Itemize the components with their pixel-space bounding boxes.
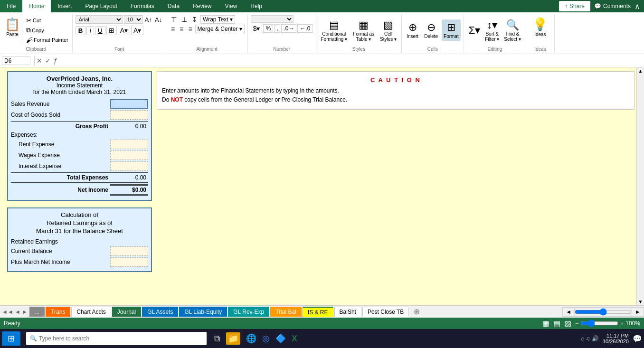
align-right-icon[interactable]: ≡ [186,25,194,33]
merge-center-button[interactable]: Merge & Center ▾ [195,25,245,33]
format-as-table-button[interactable]: ▦ Format asTable ▾ [351,17,376,44]
tab-home[interactable]: Home [22,0,51,12]
sheet-tab-trans[interactable]: Trans [46,307,70,317]
cell-reference-input[interactable]: D6 [2,56,30,65]
ribbon-collapse-icon[interactable]: ∧ [631,2,644,11]
file-explorer-icon[interactable]: 📁 [226,332,240,345]
autosum-button[interactable]: Σ▾ [467,22,483,38]
rent-expense-input[interactable] [110,140,148,149]
align-top-icon[interactable]: ⊤ [169,15,179,24]
bold-button[interactable]: B [76,26,86,35]
sheet-scroll-slider[interactable] [575,308,632,316]
cut-button[interactable]: ✂ Cut [25,16,69,25]
zoom-in-button[interactable]: + [620,320,624,327]
normal-view-icon[interactable]: ▦ [542,319,549,328]
sheet-tab-post-close-tb[interactable]: Post Close TB [362,307,409,317]
format-painter-button[interactable]: 🖌 Format Painter [25,36,69,44]
comma-button[interactable]: , [274,24,280,33]
sheet-content[interactable]: OverPriced Jeans, Inc. Income Statement … [0,67,644,305]
tab-formulas[interactable]: Formulas [124,0,161,12]
start-button[interactable]: ⊞ [2,331,20,346]
copy-button[interactable]: ⧉ Copy [25,26,69,35]
wrap-text-button[interactable]: Wrap Text ▾ [200,15,235,24]
interest-expense-input[interactable] [110,161,148,171]
sheet-tab-is-re[interactable]: IS & RE [303,307,333,317]
delete-button[interactable]: ⊖ Delete [422,19,440,41]
sales-revenue-input[interactable] [110,99,148,109]
font-size-select[interactable]: 10 [124,15,143,24]
ideas-button[interactable]: 💡 Ideas [530,15,549,39]
font-name-select[interactable]: Arial [76,15,123,24]
align-bottom-icon[interactable]: ↧ [190,15,199,24]
tab-help[interactable]: Help [244,0,269,12]
vertical-scrollbar[interactable]: ▲ ▼ [636,67,644,305]
find-select-button[interactable]: 🔍 Find &Select ▾ [502,17,523,44]
insert-button[interactable]: ⊕ Insert [405,19,420,41]
current-balance-input[interactable] [110,246,148,256]
fill-color-button[interactable]: A▾ [118,26,130,35]
percent-button[interactable]: % [263,24,273,33]
tab-view[interactable]: View [218,0,244,12]
confirm-formula-icon[interactable]: ✓ [45,57,51,65]
sheet-tab-balsht[interactable]: BalSht [334,307,361,317]
add-sheet-button[interactable]: ⊕ [410,306,424,318]
search-input[interactable] [39,335,203,342]
formula-input[interactable] [59,57,642,65]
sheet-tab-ellipsis[interactable]: ... [29,307,45,317]
task-view-icon[interactable]: ⧉ [214,334,220,344]
zoom-slider[interactable] [580,320,618,327]
align-left-icon[interactable]: ≡ [169,25,177,33]
scroll-sheets-right-button[interactable]: ► [632,308,644,316]
share-button[interactable]: ↑ Share [559,1,590,11]
insert-function-icon[interactable]: ƒ [54,57,57,65]
zoom-out-button[interactable]: − [575,320,578,327]
sheet-tab-gl-assets[interactable]: GL Assets [142,307,178,317]
paste-button[interactable]: 📋 Paste [3,15,22,45]
conditional-formatting-button[interactable]: ▤ ConditionalFormatting ▾ [319,17,350,44]
scroll-down-button[interactable]: ▼ [637,298,644,305]
scroll-sheets-left-button[interactable]: ◄ [563,308,575,316]
edge-icon[interactable]: 🌐 [246,333,256,344]
font-shrink-icon[interactable]: A↓ [154,16,163,24]
tab-file[interactable]: File [0,0,22,12]
sheet-tab-journal[interactable]: Journal [112,307,141,317]
alignment-top-row: ⊤ ⊥ ↧ Wrap Text ▾ [169,15,235,24]
chrome-icon[interactable]: ◎ [262,333,270,344]
taskbar-search-box[interactable]: 🔍 [26,332,207,345]
excel-icon[interactable]: X [292,334,297,344]
sheet-tab-gl-liab-equity[interactable]: GL Liab-Equity [179,307,227,317]
underline-button[interactable]: U [95,26,105,35]
sheet-tab-gl-rev-exp[interactable]: GL Rev-Exp [228,307,269,317]
formula-divider [34,56,35,66]
wages-expense-input[interactable] [110,150,148,160]
align-middle-icon[interactable]: ⊥ [180,15,189,24]
italic-button[interactable]: I [86,26,94,35]
tab-page-layout[interactable]: Page Layout [78,0,123,12]
sheet-tab-chart-accts[interactable]: Chart Accts [71,307,111,317]
sheet-tab-trial-bal[interactable]: Trial Bal [270,307,302,317]
font-color-button[interactable]: A▾ [131,26,143,35]
align-center-icon[interactable]: ≡ [178,25,185,33]
increase-decimal-button[interactable]: .0→ [281,24,296,33]
borders-button[interactable]: ⊞ [106,26,117,35]
font-grow-icon[interactable]: A↑ [144,16,153,24]
scroll-up-button[interactable]: ▲ [637,67,644,75]
tab-review[interactable]: Review [186,0,218,12]
currency-button[interactable]: $▾ [251,24,263,33]
format-button[interactable]: ⊞ Format [442,19,461,41]
edge-new-icon[interactable]: 🔷 [275,333,286,344]
sheet-nav-left[interactable]: ◄◄ ◄ ► [0,309,29,315]
tab-data[interactable]: Data [161,0,186,12]
page-layout-view-icon[interactable]: ▤ [553,319,560,328]
tab-insert[interactable]: Insert [51,0,78,12]
notification-icon[interactable]: 💬 [633,334,642,343]
number-format-select[interactable] [251,15,294,23]
comments-button[interactable]: 💬 Comments [594,3,631,9]
page-break-view-icon[interactable]: ▨ [564,319,571,328]
decrease-decimal-button[interactable]: ←.0 [297,24,313,33]
cancel-formula-icon[interactable]: ✕ [37,57,42,65]
cogs-input[interactable] [110,110,148,120]
sort-filter-button[interactable]: ↕▾ Sort &Filter ▾ [483,17,501,44]
cell-styles-button[interactable]: ▧ CellStyles ▾ [378,17,398,44]
plus-march-input[interactable] [110,257,148,267]
